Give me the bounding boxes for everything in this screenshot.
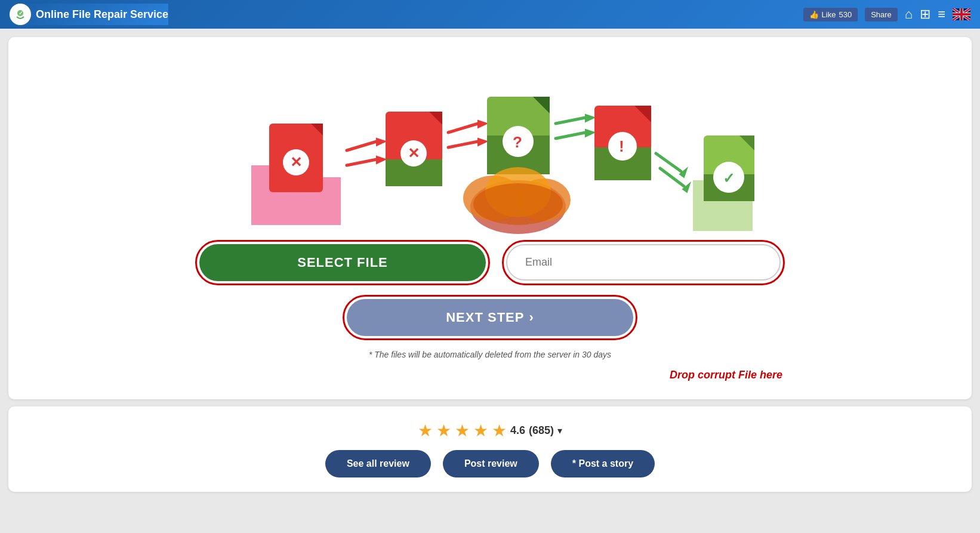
disclaimer-text: * The files will be automatically delete… [369,350,611,359]
apps-button[interactable]: ⊞ [920,7,930,22]
star-5: ★ [492,421,507,440]
logo-area: ✓ Online File Repair Service [10,4,168,25]
svg-line-20 [448,141,478,147]
star-3: ★ [455,421,470,440]
review-buttons: See all review Post review * Post a stor… [325,450,655,477]
post-story-button[interactable]: * Post a story [551,450,655,477]
thumbs-up-icon: 👍 [809,10,819,19]
select-file-button[interactable]: SELECT FILE [199,244,486,281]
rating-value: 4.6 [510,424,525,437]
rating-dropdown-icon[interactable]: ▾ [557,425,562,436]
svg-marker-35 [585,130,594,137]
post-review-button[interactable]: Post review [443,450,539,477]
svg-marker-33 [585,115,594,122]
review-card: ★ ★ ★ ★ ★ 4.6 (685) ▾ See all review Pos… [8,406,972,492]
see-all-review-button[interactable]: See all review [325,450,431,477]
main-card: ✕ ✕ [8,37,972,399]
svg-text:✕: ✕ [290,154,302,170]
header-title: Online File Repair Service [36,8,168,21]
email-input-wrapper [502,240,785,285]
svg-line-32 [556,118,585,124]
svg-line-18 [448,124,478,133]
home-button[interactable]: ⌂ [905,7,913,22]
next-step-label: NEXT STEP [446,310,524,325]
svg-line-34 [556,133,585,138]
next-step-chevron: › [529,310,534,325]
action-row: SELECT FILE [198,240,782,285]
header-right: 👍 Like 530 Share ⌂ ⊞ ≡ [803,7,970,22]
flag-icon[interactable] [953,8,970,20]
fb-count: 530 [839,10,852,19]
svg-point-31 [473,183,563,225]
menu-button[interactable]: ≡ [938,7,945,22]
process-illustration: ✕ ✕ [221,58,759,237]
svg-text:!: ! [619,137,624,155]
header: ✓ Online File Repair Service 👍 Like 530 … [0,0,980,29]
select-file-wrapper: SELECT FILE [195,240,490,285]
email-input[interactable] [506,244,781,281]
star-2: ★ [436,421,451,440]
action-area: SELECT FILE NEXT STEP › * The files will… [32,240,948,381]
next-step-button[interactable]: NEXT STEP › [347,299,633,336]
svg-line-9 [347,141,377,150]
svg-marker-19 [478,121,487,128]
svg-marker-10 [377,138,386,146]
svg-marker-21 [478,138,487,146]
rating-count: (685) [529,424,554,437]
fb-share-button[interactable]: Share [865,8,898,21]
next-step-wrapper: NEXT STEP › [343,295,637,340]
svg-text:?: ? [513,133,522,151]
stars-area: ★ ★ ★ ★ ★ 4.6 (685) ▾ [418,421,562,440]
logo-icon: ✓ [10,4,31,25]
illustration-area: ✕ ✕ [32,55,948,240]
svg-text:✓: ✓ [723,170,735,186]
fb-like-button[interactable]: 👍 Like 530 [803,8,858,21]
svg-marker-12 [377,156,386,164]
star-1: ★ [418,421,433,440]
svg-text:✓: ✓ [19,10,23,16]
drop-text: Drop corrupt File here [670,369,782,381]
star-4: ★ [473,421,488,440]
svg-text:✕: ✕ [408,145,420,161]
fb-like-label: Like [822,10,836,19]
svg-line-11 [347,159,377,165]
